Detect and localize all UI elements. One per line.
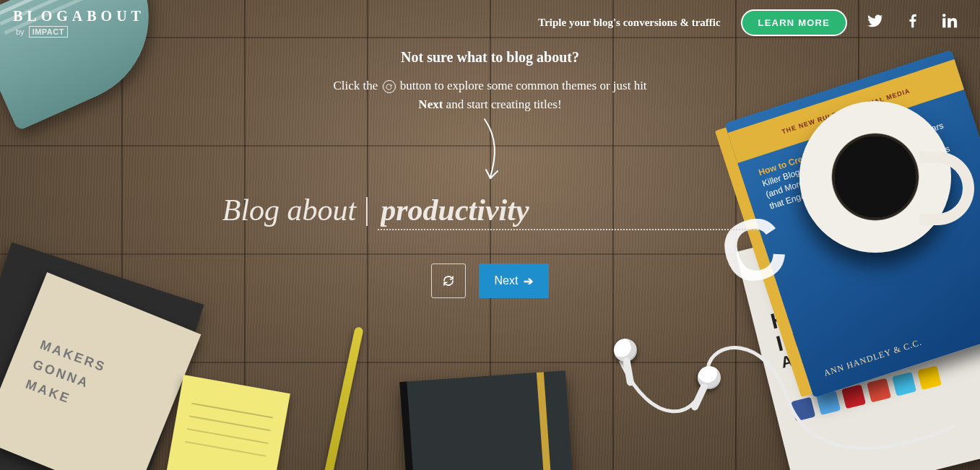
- hint-heading: Not sure what to blog about?: [401, 46, 579, 68]
- refresh-icon: [442, 274, 455, 287]
- header: BLOGABOUT by IMPACT Triple your blog's c…: [0, 0, 980, 45]
- hint-subtext: Click the button to explore some common …: [324, 77, 656, 113]
- logo-subtitle: by IMPACT: [16, 26, 145, 38]
- facebook-icon[interactable]: [905, 13, 921, 32]
- arrow-down-icon: [476, 118, 505, 186]
- promo-text: Triple your blog's conversions & traffic: [538, 17, 720, 29]
- linkedin-icon[interactable]: [942, 13, 958, 32]
- topic-input[interactable]: [378, 193, 758, 230]
- learn-more-button[interactable]: LEARN MORE: [741, 9, 847, 36]
- text-caret: [366, 197, 368, 226]
- next-button-label: Next: [495, 274, 519, 287]
- social-links: [867, 13, 958, 32]
- logo-title: BLOGABOUT: [13, 8, 145, 25]
- refresh-inline-icon: [383, 80, 396, 93]
- arrow-right-icon: ➔: [524, 274, 533, 288]
- prompt-row: Blog about: [222, 193, 758, 230]
- next-button[interactable]: Next ➔: [479, 264, 550, 298]
- twitter-icon[interactable]: [867, 13, 883, 32]
- prompt-label: Blog about: [222, 193, 357, 227]
- button-row: Next ➔: [431, 264, 550, 298]
- refresh-button[interactable]: [431, 264, 466, 298]
- logo[interactable]: BLOGABOUT by IMPACT: [13, 8, 145, 38]
- main-content: Not sure what to blog about? Click the b…: [0, 43, 980, 470]
